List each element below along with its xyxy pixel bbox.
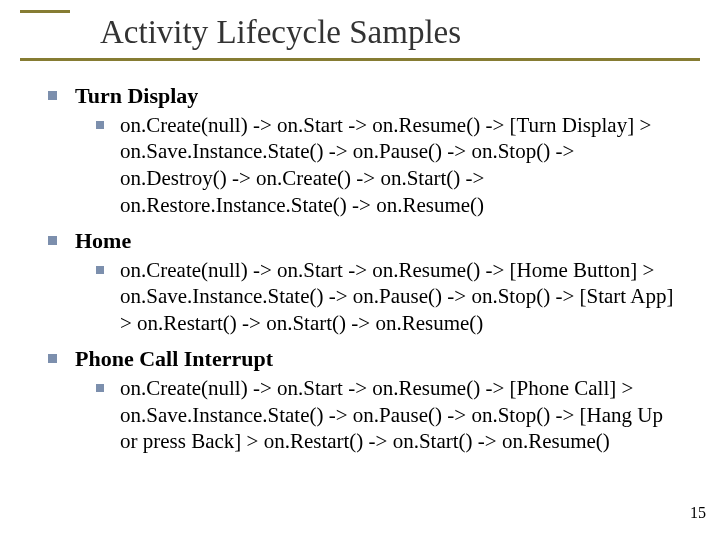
item-detail: on.Create(null) -> on.Start -> on.Resume… [120, 257, 680, 338]
item-detail: on.Create(null) -> on.Start -> on.Resume… [120, 375, 680, 456]
list-subitem: on.Create(null) -> on.Start -> on.Resume… [96, 112, 700, 220]
title-underline [20, 58, 700, 61]
square-bullet-icon [48, 91, 57, 100]
list-subitem: on.Create(null) -> on.Start -> on.Resume… [96, 257, 700, 338]
slide-body: Turn Display on.Create(null) -> on.Start… [48, 82, 700, 463]
square-bullet-icon [48, 236, 57, 245]
square-bullet-icon [96, 121, 104, 129]
square-bullet-icon [48, 354, 57, 363]
item-detail: on.Create(null) -> on.Start -> on.Resume… [120, 112, 680, 220]
page-number: 15 [690, 504, 706, 522]
title-block: Activity Lifecycle Samples [20, 10, 461, 50]
list-item: Phone Call Interrupt [48, 345, 700, 373]
list-item: Home [48, 227, 700, 255]
slide: Activity Lifecycle Samples Turn Display … [0, 0, 720, 540]
title-accent-bar [20, 10, 70, 13]
slide-title: Activity Lifecycle Samples [100, 15, 461, 50]
list-item: Turn Display [48, 82, 700, 110]
item-heading: Phone Call Interrupt [75, 345, 273, 373]
item-heading: Home [75, 227, 131, 255]
square-bullet-icon [96, 384, 104, 392]
square-bullet-icon [96, 266, 104, 274]
item-heading: Turn Display [75, 82, 198, 110]
list-subitem: on.Create(null) -> on.Start -> on.Resume… [96, 375, 700, 456]
